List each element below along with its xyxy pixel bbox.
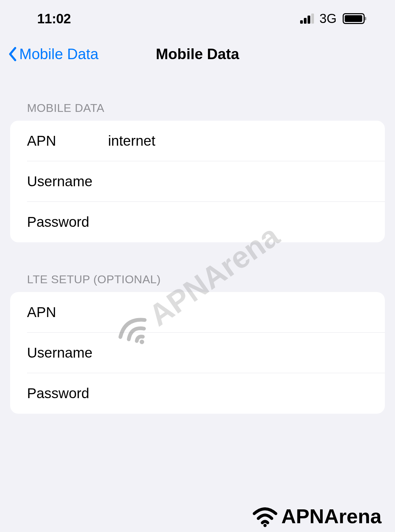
navigation-bar: Mobile Data Mobile Data — [0, 37, 395, 71]
network-type: 3G — [319, 11, 337, 26]
row-username[interactable]: Username — [10, 161, 385, 202]
lte-username-input[interactable] — [108, 345, 368, 361]
section-header-lte: LTE SETUP (OPTIONAL) — [10, 242, 385, 292]
watermark-bottom: APNArena — [252, 505, 381, 528]
section-header-mobile-data: MOBILE DATA — [10, 71, 385, 121]
row-password[interactable]: Password — [10, 202, 385, 242]
apn-input[interactable] — [108, 133, 368, 149]
row-lte-username[interactable]: Username — [10, 333, 385, 373]
battery-icon — [343, 13, 365, 24]
username-input[interactable] — [108, 173, 368, 190]
status-time: 11:02 — [37, 11, 71, 26]
chevron-back-icon — [8, 47, 17, 61]
password-input[interactable] — [108, 214, 368, 230]
row-lte-password[interactable]: Password — [10, 373, 385, 414]
status-indicators: 3G — [300, 11, 365, 26]
lte-password-label: Password — [27, 385, 108, 402]
lte-apn-input[interactable] — [108, 304, 368, 320]
section-lte: APN Username Password — [10, 292, 385, 414]
password-label: Password — [27, 214, 108, 230]
lte-apn-label: APN — [27, 304, 108, 320]
row-lte-apn[interactable]: APN — [10, 292, 385, 333]
status-bar: 11:02 3G — [0, 0, 395, 37]
apn-label: APN — [27, 133, 108, 149]
section-mobile-data: APN Username Password — [10, 121, 385, 242]
page-title: Mobile Data — [156, 46, 239, 63]
signal-icon — [300, 14, 314, 24]
svg-point-1 — [263, 524, 267, 527]
row-apn[interactable]: APN — [10, 121, 385, 161]
lte-username-label: Username — [27, 345, 108, 361]
back-label: Mobile Data — [19, 46, 99, 63]
username-label: Username — [27, 173, 108, 190]
wifi-icon — [252, 505, 279, 527]
watermark-bottom-text: APNArena — [281, 505, 381, 528]
back-button[interactable]: Mobile Data — [8, 46, 99, 63]
lte-password-input[interactable] — [108, 385, 368, 402]
